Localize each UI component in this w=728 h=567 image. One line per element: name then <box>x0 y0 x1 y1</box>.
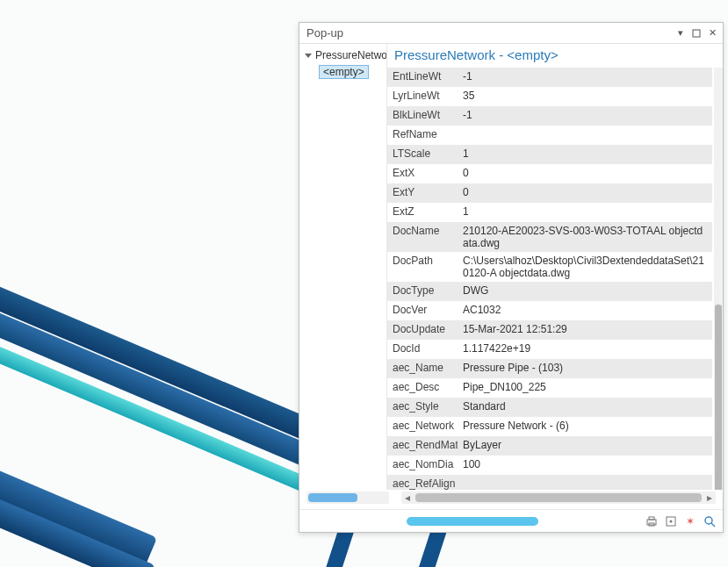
svg-line-7 <box>711 523 715 527</box>
attribute-row[interactable]: aec_NamePressure Pipe - (103) <box>387 359 723 378</box>
zoom-to-icon[interactable] <box>702 513 717 529</box>
attribute-value <box>458 126 712 145</box>
tree-child-label: <empty> <box>319 65 369 79</box>
attribute-row[interactable]: aec_RendMatByLayer <box>387 436 723 456</box>
footer-mark <box>305 517 640 526</box>
attribute-value: -1 <box>458 68 712 87</box>
chevron-down-icon <box>305 54 312 58</box>
feature-tree: PressureNetwork <empty> <box>299 44 387 490</box>
attribute-row[interactable]: RefName <box>387 126 723 145</box>
attribute-grid: EntLineWt-1LyrLineWt35BlkLineWt-1RefName… <box>387 68 723 490</box>
attribute-key: DocPath <box>387 252 458 282</box>
attribute-key: aec_RendMat <box>387 436 458 456</box>
panel-title: Pop-up <box>306 26 672 39</box>
attribute-key: DocVer <box>387 301 458 320</box>
svg-rect-2 <box>649 517 654 520</box>
scrollbar-thumb[interactable] <box>308 493 357 502</box>
attribute-row[interactable]: aec_RefAlign <box>387 475 723 490</box>
attribute-key: aec_Name <box>387 359 458 378</box>
attribute-value: Pipe_DN100_225 <box>458 378 712 398</box>
attribute-value: 1 <box>458 145 712 164</box>
attribute-value: 15-Mar-2021 12:51:29 <box>458 320 712 340</box>
attribute-row[interactable]: DocName210120-AE20023-SVS-003-W0S3-TOTAA… <box>387 222 723 252</box>
attribute-row[interactable]: DocId1.117422e+19 <box>387 340 723 359</box>
scroll-right-icon[interactable]: ▸ <box>703 492 716 504</box>
attribute-key: DocUpdate <box>387 320 458 340</box>
popup-footer: ✶ <box>299 509 723 532</box>
attribute-key: DocName <box>387 222 458 252</box>
attribute-value: 100 <box>458 456 712 475</box>
attribute-key: ExtY <box>387 183 458 203</box>
attribute-value: 0 <box>458 183 712 203</box>
tree-child-item[interactable]: <empty> <box>299 63 386 81</box>
minimize-icon[interactable] <box>689 26 703 40</box>
attribute-value: AC1032 <box>458 301 712 320</box>
attribute-row[interactable]: aec_NetworkPressure Network - (6) <box>387 417 723 436</box>
attribute-key: BlkLineWt <box>387 106 458 126</box>
attribute-key: ExtZ <box>387 203 458 222</box>
attribute-key: aec_Desc <box>387 378 458 398</box>
attribute-value: 210120-AE20023-SVS-003-W0S3-TOTAAL objec… <box>458 222 712 252</box>
attribute-key: LTScale <box>387 145 458 164</box>
scrollbar-thumb[interactable] <box>415 493 702 502</box>
attribute-value: -1 <box>458 106 712 126</box>
menu-dropdown-icon[interactable]: ▾ <box>674 26 688 40</box>
attribute-key: ExtX <box>387 164 458 183</box>
titlebar[interactable]: Pop-up ▾ ✕ <box>299 23 723 44</box>
attribute-value: 1 <box>458 203 712 222</box>
attribute-value: Standard <box>458 398 712 417</box>
attribute-header: PressureNetwork - <empty> <box>387 44 723 68</box>
attribute-key: aec_NomDia <box>387 456 458 475</box>
select-icon[interactable] <box>663 513 679 529</box>
attribute-key: EntLineWt <box>387 68 458 87</box>
attribute-value: Pressure Pipe - (103) <box>458 359 712 378</box>
attribute-key: DocType <box>387 282 458 301</box>
print-icon[interactable] <box>644 513 660 529</box>
flash-icon[interactable]: ✶ <box>682 513 698 529</box>
popup-panel: Pop-up ▾ ✕ PressureNetwork <empty> Press… <box>299 22 724 533</box>
attribute-row[interactable]: BlkLineWt-1 <box>387 106 723 126</box>
attribute-row[interactable]: DocTypeDWG <box>387 282 723 301</box>
tree-root-item[interactable]: PressureNetwork <box>299 47 386 63</box>
attribute-value: 0 <box>458 164 712 183</box>
attribute-value: C:\Users\alhoz\Desktop\Civil3Dextendedda… <box>458 252 712 282</box>
attribute-key: RefName <box>387 126 458 145</box>
close-icon[interactable]: ✕ <box>705 26 719 40</box>
attribute-row[interactable]: aec_StyleStandard <box>387 398 723 417</box>
grid-horizontal-scrollbar[interactable]: ◂ ▸ <box>401 492 716 504</box>
attribute-row[interactable]: EntLineWt-1 <box>387 68 723 87</box>
scroll-left-icon[interactable]: ◂ <box>401 492 414 504</box>
attribute-row[interactable]: LTScale1 <box>387 145 723 164</box>
attribute-row[interactable]: DocVerAC1032 <box>387 301 723 320</box>
attribute-key: DocId <box>387 340 458 359</box>
attribute-value: Pressure Network - (6) <box>458 417 712 436</box>
tree-horizontal-scrollbar[interactable] <box>306 492 389 504</box>
svg-rect-0 <box>693 30 700 37</box>
attribute-row[interactable]: aec_NomDia100 <box>387 456 723 475</box>
attribute-key: aec_Style <box>387 398 458 417</box>
tree-root-label: PressureNetwork <box>315 49 387 61</box>
attribute-row[interactable]: aec_DescPipe_DN100_225 <box>387 378 723 398</box>
attribute-value: 1.117422e+19 <box>458 340 712 359</box>
attribute-value: DWG <box>458 282 712 301</box>
scrollbar-thumb[interactable] <box>715 305 722 490</box>
attribute-row[interactable]: DocUpdate15-Mar-2021 12:51:29 <box>387 320 723 340</box>
attribute-value: ByLayer <box>458 436 712 456</box>
svg-point-5 <box>670 520 673 522</box>
attribute-row[interactable]: ExtY0 <box>387 183 723 203</box>
attribute-value: 35 <box>458 87 712 106</box>
attribute-row[interactable]: ExtX0 <box>387 164 723 183</box>
svg-point-6 <box>705 517 712 524</box>
vertical-scrollbar[interactable] <box>714 68 723 490</box>
attribute-value <box>458 475 712 490</box>
attribute-panel: PressureNetwork - <empty> EntLineWt-1Lyr… <box>387 44 723 490</box>
attribute-row[interactable]: LyrLineWt35 <box>387 87 723 106</box>
attribute-key: LyrLineWt <box>387 87 458 106</box>
attribute-key: aec_RefAlign <box>387 475 458 490</box>
attribute-row[interactable]: DocPathC:\Users\alhoz\Desktop\Civil3Dext… <box>387 252 723 282</box>
attribute-key: aec_Network <box>387 417 458 436</box>
attribute-row[interactable]: ExtZ1 <box>387 203 723 222</box>
